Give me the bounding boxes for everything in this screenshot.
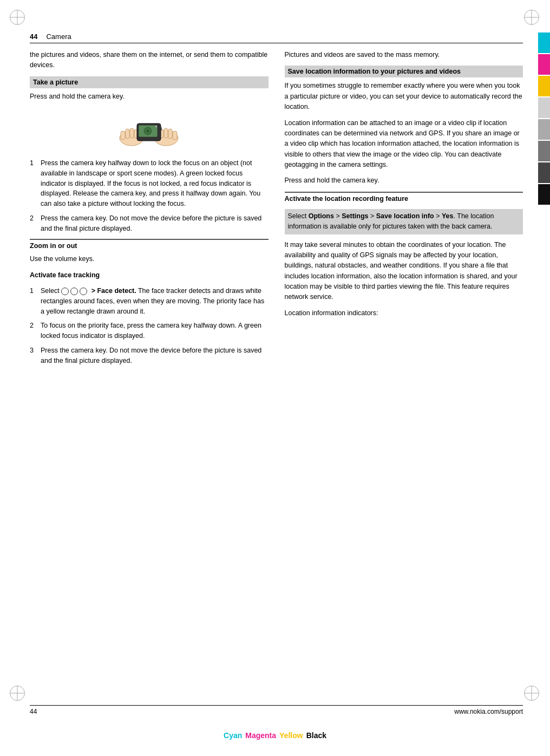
face-icon-3	[80, 288, 87, 295]
zoom-text: Use the volume keys.	[30, 254, 269, 264]
activate-mid3: >	[434, 212, 442, 220]
zoom-section: Zoom in or out Use the volume keys.	[30, 239, 269, 264]
left-intro-para: the pictures and videos, share them on t…	[30, 50, 269, 71]
face-step-1: 1 Select > Face detect. The face tracker…	[30, 286, 269, 316]
face-icon-2	[70, 288, 78, 295]
activate-mid1: >	[334, 212, 342, 220]
take-picture-text: Press and hold the camera key.	[30, 92, 269, 102]
color-bar-cyan	[538, 32, 550, 53]
color-bar-darker-gray	[538, 162, 550, 183]
step-2-num: 2	[30, 213, 41, 224]
strip-yellow-label: Yellow	[279, 731, 303, 740]
color-bar-yellow	[538, 76, 550, 96]
face-step-3: 3 Press the camera key. Do not move the …	[30, 346, 269, 366]
mass-memory-para: Pictures and videos are saved to the mas…	[285, 50, 523, 60]
bottom-color-strip: Cyan Magenta Yellow Black	[224, 731, 326, 740]
reg-mark-top-left	[10, 10, 26, 26]
take-picture-heading: Take a picture	[30, 76, 269, 88]
activate-location-box: Select Options > Settings > Save locatio…	[285, 209, 523, 234]
color-bar-dark-gray	[538, 141, 550, 161]
face-tracking-heading: Activate face tracking	[30, 270, 269, 281]
color-bar-light-gray	[538, 97, 550, 118]
activate-location-text: Select Options > Settings > Save locatio…	[288, 211, 520, 232]
svg-point-14	[146, 129, 149, 133]
face-detect-label: > Face detect.	[91, 287, 136, 295]
color-bars	[538, 32, 550, 206]
page-number: 44	[30, 32, 37, 41]
strip-black-label: Black	[306, 731, 326, 740]
svg-rect-16	[161, 127, 162, 131]
step-1-num: 1	[30, 158, 41, 168]
step-2: 2 Press the camera key. Do not move the …	[30, 213, 269, 234]
main-content: 44 Camera the pictures and videos, share…	[30, 32, 523, 696]
face-icon-1	[61, 288, 69, 295]
save-location-para1: If you sometimes struggle to remember ex…	[285, 81, 523, 112]
step-2-text: Press the camera key. Do not move the de…	[41, 213, 269, 234]
activate-yes: Yes	[442, 212, 454, 220]
two-column-layout: the pictures and videos, share them on t…	[30, 50, 523, 371]
strip-cyan-label: Cyan	[224, 731, 242, 740]
face-step-3-num: 3	[30, 346, 41, 356]
reg-mark-top-right	[524, 10, 540, 26]
page-header: 44 Camera	[30, 32, 523, 43]
activate-location-heading-text: Activate the location recording feature	[285, 195, 409, 203]
activate-select-prefix: Select	[288, 212, 309, 220]
color-bar-black	[538, 184, 550, 205]
page-container: 44 Camera the pictures and videos, share…	[0, 0, 550, 756]
activate-mid2: >	[369, 212, 376, 220]
svg-rect-8	[164, 128, 168, 138]
save-location-heading-text: Save location information to your pictur…	[288, 68, 461, 75]
save-location-heading: Save location information to your pictur…	[285, 66, 523, 77]
steps-list-1: 1 Press the camera key halfway down to l…	[30, 158, 269, 233]
face-step-2: 2 To focus on the priority face, press t…	[30, 321, 269, 341]
zoom-heading: Zoom in or out	[30, 239, 269, 252]
activate-settings: Settings	[342, 212, 368, 220]
face-icons	[61, 288, 87, 295]
face-step-1-text: Select > Face detect. The face tracker d…	[41, 286, 269, 316]
svg-rect-6	[173, 131, 177, 140]
svg-rect-15	[155, 126, 157, 127]
activate-location-heading: Activate the location recording feature	[285, 192, 523, 205]
svg-rect-7	[168, 129, 172, 139]
face-step-1-num: 1	[30, 286, 41, 296]
step-1: 1 Press the camera key halfway down to l…	[30, 158, 269, 209]
page-title: Camera	[46, 32, 71, 41]
step-1-text: Press the camera key halfway down to loc…	[41, 158, 269, 209]
face-step-2-num: 2	[30, 321, 41, 331]
footer-website: www.nokia.com/support	[454, 708, 523, 715]
face-step-2-text: To focus on the priority face, press the…	[41, 321, 269, 341]
face-step-3-text: Press the camera key. Do not move the de…	[41, 346, 269, 366]
footer-page-number: 44	[30, 708, 37, 715]
reg-mark-bottom-left	[10, 686, 26, 702]
activate-save: Save location info	[376, 212, 434, 220]
gps-para: It may take several minutes to obtain th…	[285, 240, 523, 303]
svg-rect-2	[126, 129, 129, 139]
face-tracking-section: Activate face tracking 1 Select	[30, 270, 269, 366]
reg-mark-bottom-right	[524, 686, 540, 702]
page-footer: 44 www.nokia.com/support	[30, 705, 523, 715]
color-bar-magenta	[538, 54, 550, 75]
svg-rect-3	[130, 128, 134, 138]
camera-illustration	[30, 108, 269, 152]
svg-rect-1	[121, 131, 125, 140]
save-location-para2: Location information can be attached to …	[285, 118, 523, 171]
face-tracking-steps: 1 Select > Face detect. The face tracker…	[30, 286, 269, 366]
color-bar-mid-gray	[538, 119, 550, 140]
save-location-para3: Press and hold the camera key.	[285, 175, 523, 186]
location-indicators: Location information indicators:	[285, 308, 523, 318]
strip-magenta-label: Magenta	[245, 731, 276, 740]
activate-options: Options	[309, 212, 334, 220]
left-column: the pictures and videos, share them on t…	[30, 50, 269, 371]
right-column: Pictures and videos are saved to the mas…	[285, 50, 523, 371]
